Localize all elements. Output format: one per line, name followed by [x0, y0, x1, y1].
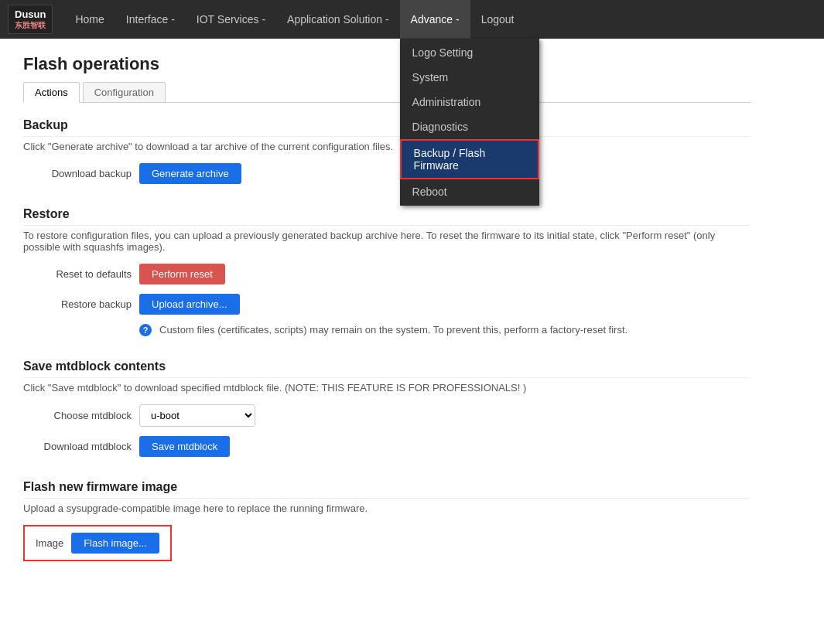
mtdblock-section: Save mtdblock contents Click "Save mtdbl… — [23, 359, 750, 457]
flash-image-label: Image — [36, 537, 63, 549]
mtdblock-select[interactable]: u-boot kernel rootfs overlay — [139, 404, 255, 427]
dropdown-item-reboot[interactable]: Reboot — [400, 179, 539, 204]
perform-reset-button[interactable]: Perform reset — [139, 264, 225, 285]
mtdblock-title: Save mtdblock contents — [23, 359, 750, 378]
brand-logo: Dusun 东胜智联 — [8, 5, 53, 34]
mtdblock-description: Click "Save mtdblock" to download specif… — [23, 382, 750, 394]
flash-title: Flash new firmware image — [23, 480, 750, 499]
generate-archive-button[interactable]: Generate archive — [139, 163, 241, 184]
tabs: Actions Configuration — [23, 82, 750, 103]
nav-link-iot[interactable]: IOT Services - — [186, 0, 276, 39]
restore-info-row: ? Custom files (certificates, scripts) m… — [139, 324, 750, 336]
brand-sub: 东胜智联 — [15, 21, 46, 30]
nav-link-home[interactable]: Home — [64, 0, 115, 39]
page-content: Flash operations Actions Configuration B… — [0, 39, 774, 600]
dropdown-item-diagnostics[interactable]: Diagnostics — [400, 114, 539, 139]
download-mtdblock-row: Download mtdblock Save mtdblock — [23, 436, 750, 457]
restore-backup-form-row: Restore backup Upload archive... — [23, 294, 750, 315]
nav-item-appsolution: Application Solution - — [276, 0, 400, 39]
tab-actions[interactable]: Actions — [23, 82, 80, 103]
flash-image-content: Image Flash image... — [23, 525, 172, 561]
advance-dropdown: Logo Setting System Administration Diagn… — [400, 39, 539, 206]
backup-form-row: Download backup Generate archive — [23, 163, 750, 184]
page-title: Flash operations — [23, 54, 750, 74]
flash-image-row: Image Flash image... — [23, 525, 750, 561]
download-mtdblock-label: Download mtdblock — [23, 441, 132, 452]
nav-link-advance[interactable]: Advance - — [400, 0, 470, 39]
restore-section: Restore To restore configuration files, … — [23, 207, 750, 336]
restore-info-note: Custom files (certificates, scripts) may… — [159, 324, 627, 336]
tab-configuration[interactable]: Configuration — [83, 82, 166, 102]
backup-title: Backup — [23, 118, 750, 137]
backup-section: Backup Click "Generate archive" to downl… — [23, 118, 750, 184]
save-mtdblock-button[interactable]: Save mtdblock — [139, 436, 230, 457]
dropdown-item-administration[interactable]: Administration — [400, 90, 539, 114]
dropdown-item-system[interactable]: System — [400, 65, 539, 90]
reset-label: Reset to defaults — [23, 268, 132, 280]
flash-section: Flash new firmware image Upload a sysupg… — [23, 480, 750, 561]
nav-items: Home Interface - IOT Services - Applicat… — [64, 0, 525, 39]
choose-mtdblock-label: Choose mtdblock — [23, 410, 132, 421]
dropdown-item-backup-flash[interactable]: Backup / Flash Firmware — [400, 139, 539, 179]
nav-item-home: Home — [64, 0, 115, 39]
brand-name: Dusun — [15, 9, 46, 20]
nav-item-interface: Interface - — [115, 0, 186, 39]
navbar: Dusun 东胜智联 Home Interface - IOT Services… — [0, 0, 824, 39]
restore-description: To restore configuration files, you can … — [23, 230, 750, 253]
flash-description: Upload a sysupgrade-compatible image her… — [23, 503, 750, 514]
backup-label: Download backup — [23, 168, 132, 179]
restore-title: Restore — [23, 207, 750, 226]
nav-link-interface[interactable]: Interface - — [115, 0, 186, 39]
nav-link-logout[interactable]: Logout — [470, 0, 525, 39]
nav-item-logout: Logout — [470, 0, 525, 39]
dropdown-item-logo-setting[interactable]: Logo Setting — [400, 40, 539, 65]
info-icon: ? — [139, 324, 152, 336]
nav-item-advance: Advance - Logo Setting System Administra… — [400, 0, 470, 39]
backup-description: Click "Generate archive" to download a t… — [23, 141, 750, 152]
upload-archive-button[interactable]: Upload archive... — [139, 294, 240, 315]
choose-mtdblock-row: Choose mtdblock u-boot kernel rootfs ove… — [23, 404, 750, 427]
nav-item-iot: IOT Services - — [186, 0, 276, 39]
reset-form-row: Reset to defaults Perform reset — [23, 264, 750, 285]
restore-backup-label: Restore backup — [23, 298, 132, 310]
flash-image-button[interactable]: Flash image... — [71, 533, 159, 554]
nav-link-appsolution[interactable]: Application Solution - — [276, 0, 400, 39]
